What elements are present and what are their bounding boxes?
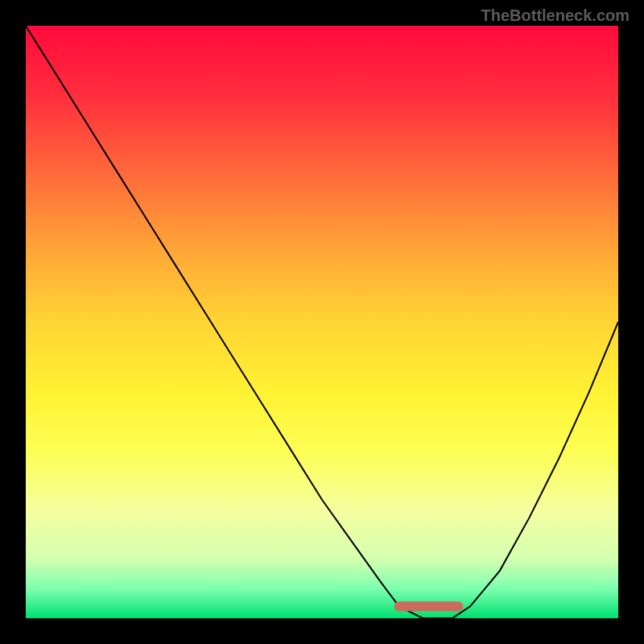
chart-svg bbox=[26, 26, 618, 618]
bottleneck-curve bbox=[26, 26, 618, 618]
plot-area bbox=[26, 26, 618, 618]
chart-frame: TheBottleneck.com bbox=[0, 0, 644, 644]
attribution-text: TheBottleneck.com bbox=[481, 6, 630, 25]
